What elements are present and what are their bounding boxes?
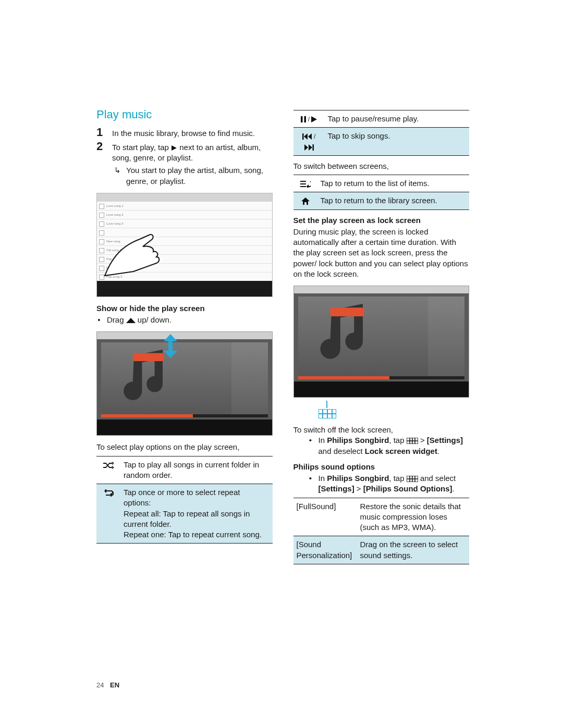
equalizer-icon: [407, 476, 418, 482]
text: To start play, tap: [112, 143, 171, 152]
illus-playbar: [97, 281, 272, 297]
illus-playbar: [294, 381, 469, 397]
grip-triangle-icon: [126, 318, 136, 323]
list-item: Love song 2: [97, 211, 272, 219]
svg-rect-14: [312, 144, 314, 151]
icon-cell: [293, 175, 317, 192]
text: >: [418, 436, 427, 445]
text: To switch off the lock screen,: [293, 425, 470, 435]
callout: [293, 404, 470, 422]
text: In Philips Songbird, tap and select [Set…: [319, 473, 470, 495]
svg-rect-6: [301, 116, 303, 122]
svg-marker-18: [301, 198, 310, 205]
two-columns: Play music 1 In the music library, brows…: [96, 107, 469, 570]
svg-marker-5: [164, 351, 177, 358]
svg-rect-19: [330, 307, 364, 316]
playback-controls-table: / Tap to pause/resume play. / Tap to ski…: [293, 110, 470, 156]
language-code: EN: [110, 681, 119, 689]
shuffle-icon: [103, 462, 114, 469]
text: , tap: [389, 436, 406, 445]
result-line: ↳ You start to play the artist, album, s…: [112, 165, 273, 187]
svg-marker-1: [126, 318, 136, 323]
bullet-icon: •: [308, 473, 313, 495]
svg-marker-13: [309, 144, 312, 151]
subheading: Set the play screen as lock screen: [293, 215, 470, 226]
svg-marker-8: [311, 116, 317, 122]
text: , tap: [389, 474, 406, 483]
text: and deselect: [319, 447, 365, 455]
text: To select play options on the play scree…: [96, 442, 273, 452]
table-row: Tap once or more to select repeat option…: [96, 484, 273, 544]
step-number: 2: [96, 141, 106, 187]
illus-titlebar: [97, 332, 272, 339]
manual-page: Play music 1 In the music library, brows…: [0, 0, 563, 728]
text: >: [354, 484, 363, 493]
icon-cell: /: [293, 128, 325, 156]
text: .: [452, 484, 455, 493]
illus-playbar: [97, 419, 272, 435]
list-item: Love song 3: [97, 219, 272, 228]
text: .: [437, 447, 439, 455]
menu-path: [Philips Sound Options]: [363, 484, 452, 493]
text: Tap to play all songs in current folder …: [120, 456, 273, 484]
slash: /: [308, 116, 312, 123]
play-icon: [171, 145, 177, 151]
icon-cell: [96, 456, 120, 484]
text: In: [319, 474, 327, 483]
icon-cell: /: [293, 110, 325, 128]
illustration-play-screen: [96, 331, 273, 436]
bullet-icon: •: [96, 315, 102, 325]
option-name: [Sound Personalization]: [293, 536, 357, 564]
illustration-lock-screen: [293, 286, 470, 398]
illus-titlebar: [97, 193, 272, 202]
text: Tap once or more to select repeat option…: [120, 484, 273, 544]
text: Tap to pause/resume play.: [325, 110, 470, 128]
menu-path: Lock screen widget: [365, 447, 437, 455]
home-icon: [301, 198, 310, 205]
slash: /: [314, 133, 315, 140]
steps-list: 1 In the music library, browse to find m…: [96, 127, 273, 187]
svg-rect-2: [133, 353, 164, 361]
text: Drag up/ down.: [107, 315, 172, 325]
text: To switch between screens,: [293, 161, 470, 171]
repeat-icon: [103, 489, 114, 497]
text: In Philips Songbird, tap > [Settings] an…: [319, 435, 470, 456]
text: Tap to return to the library screen.: [317, 192, 470, 209]
illus-sidepanel: [428, 297, 464, 379]
play-options-table: Tap to play all songs in current folder …: [96, 456, 273, 544]
up-down-arrow-icon: [164, 334, 177, 358]
music-note-icon: [117, 350, 174, 407]
skip-next-icon: [304, 144, 314, 151]
illus-titlebar: [294, 286, 469, 293]
table-row: / Tap to skip songs.: [293, 128, 470, 156]
subheading: Show or hide the play screen: [96, 303, 273, 314]
hand-icon: [102, 230, 165, 277]
text: and select: [418, 474, 456, 483]
return-list-icon: [300, 180, 311, 188]
equalizer-icon: [407, 438, 418, 444]
switch-screens-table: Tap to return to the list of items. Tap …: [293, 175, 470, 210]
sound-options-table: [FullSound] Restore the sonic details th…: [293, 498, 470, 564]
table-row: [FullSound] Restore the sonic details th…: [293, 498, 470, 536]
music-note-icon: [313, 304, 375, 366]
icon-cell: [96, 484, 120, 544]
option-desc: Restore the sonic details that music com…: [357, 498, 470, 536]
illustration-song-list: Love song 1 Love song 2 Love song 3 New …: [96, 193, 273, 297]
illus-canvas: [298, 297, 465, 379]
play-icon: [311, 116, 317, 122]
step-text: In the music library, browse to find mus…: [112, 127, 273, 139]
svg-marker-11: [308, 133, 312, 140]
text: You start to play the artist, album, son…: [126, 165, 273, 187]
table-row: Tap to play all songs in current folder …: [96, 456, 273, 484]
text: In: [319, 436, 327, 445]
left-column: Play music 1 In the music library, brows…: [96, 107, 273, 570]
illus-progress: [298, 376, 465, 379]
bullet-list: • In Philips Songbird, tap and select [S…: [293, 473, 470, 495]
menu-path: [Settings]: [319, 484, 354, 493]
svg-marker-12: [304, 144, 308, 151]
table-row: [Sound Personalization] Drag on the scre…: [293, 536, 470, 564]
icon-cell: [293, 192, 317, 209]
option-desc: Drag on the screen to select sound setti…: [357, 536, 470, 564]
equalizer-icon: [319, 409, 336, 418]
step-text: To start play, tap next to an artist, al…: [112, 141, 273, 187]
